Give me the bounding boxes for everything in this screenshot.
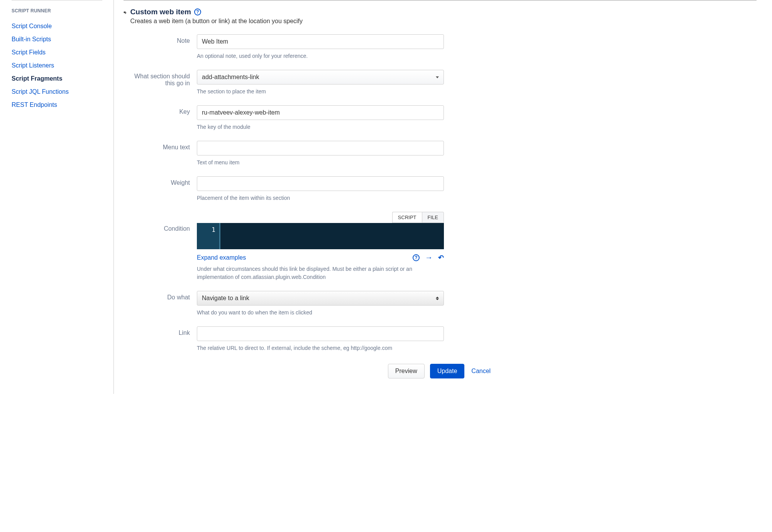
link-label: Link <box>124 326 197 352</box>
key-input[interactable] <box>197 105 444 120</box>
do-what-value: Navigate to a link <box>202 295 249 302</box>
sidebar-item-script-console[interactable]: Script Console <box>12 20 102 33</box>
sidebar-item-script-fragments[interactable]: Script Fragments <box>12 72 102 85</box>
weight-help: Placement of the item within its section <box>197 194 444 202</box>
menu-text-input[interactable] <box>197 141 444 155</box>
page-header: •› Custom web item ? Creates a web item … <box>124 8 757 25</box>
key-label: Key <box>124 105 197 131</box>
help-icon[interactable]: ? <box>194 8 201 15</box>
cancel-button[interactable]: Cancel <box>470 364 492 378</box>
arrow-return-icon[interactable]: ↶ <box>438 253 444 262</box>
condition-help: Under what circumstances should this lin… <box>197 265 444 281</box>
note-help: An optional note, used only for your ref… <box>197 52 444 60</box>
editor-gutter: 1 <box>197 223 219 249</box>
section-value: add-attachments-link <box>202 74 259 81</box>
do-what-label: Do what <box>124 291 197 317</box>
tab-script[interactable]: SCRIPT <box>392 212 422 223</box>
sidebar-item-built-in-scripts[interactable]: Built-in Scripts <box>12 33 102 46</box>
section-help: The section to place the item <box>197 88 444 96</box>
update-button[interactable]: Update <box>430 364 465 378</box>
weight-label: Weight <box>124 176 197 202</box>
editor-body[interactable] <box>220 223 444 249</box>
code-editor[interactable]: 1 <box>197 223 444 249</box>
sidebar-divider <box>12 0 102 0</box>
do-what-select[interactable]: Navigate to a link <box>197 291 444 306</box>
arrow-right-icon[interactable]: → <box>425 253 433 262</box>
note-input[interactable] <box>197 34 444 49</box>
section-label: What section should this go in <box>124 70 197 96</box>
sidebar-item-script-jql-functions[interactable]: Script JQL Functions <box>12 85 102 98</box>
code-icon: •› <box>124 9 126 15</box>
do-what-help: What do you want to do when the item is … <box>197 309 444 317</box>
menu-text-label: Menu text <box>124 141 197 167</box>
section-select[interactable]: add-attachments-link <box>197 70 444 84</box>
weight-input[interactable] <box>197 176 444 191</box>
sidebar-item-rest-endpoints[interactable]: REST Endpoints <box>12 98 102 111</box>
button-row: Preview Update Cancel <box>124 364 757 378</box>
sidebar-item-script-fields[interactable]: Script Fields <box>12 46 102 59</box>
sidebar-heading: SCRIPT RUNNER <box>12 8 102 14</box>
menu-text-help: Text of menu item <box>197 159 444 167</box>
expand-examples-link[interactable]: Expand examples <box>197 254 246 261</box>
sidebar: SCRIPT RUNNER Script Console Built-in Sc… <box>0 0 114 394</box>
main-divider <box>124 0 757 1</box>
note-label: Note <box>124 34 197 60</box>
preview-button[interactable]: Preview <box>388 364 425 378</box>
updown-icon <box>436 297 439 300</box>
main-content: •› Custom web item ? Creates a web item … <box>114 0 772 394</box>
tab-file[interactable]: FILE <box>422 212 444 223</box>
link-help: The relative URL to direct to. If extern… <box>197 344 444 352</box>
page-title: Custom web item <box>130 8 191 16</box>
sidebar-item-script-listeners[interactable]: Script Listeners <box>12 59 102 72</box>
chevron-down-icon <box>436 76 439 78</box>
condition-help-icon[interactable]: ? <box>413 254 420 261</box>
key-help: The key of the module <box>197 123 444 131</box>
link-input[interactable] <box>197 326 444 341</box>
condition-label: Condition <box>124 212 197 281</box>
page-subtitle: Creates a web item (a button or link) at… <box>130 18 757 25</box>
